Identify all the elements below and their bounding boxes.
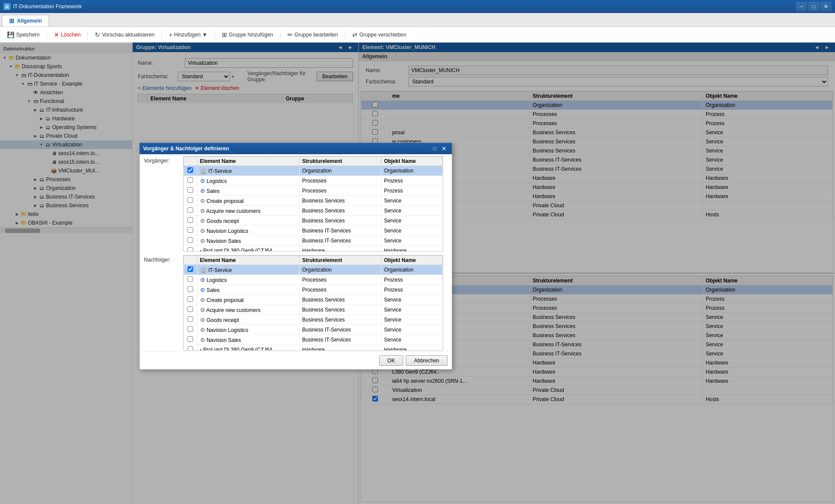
vorgaenger-row-4[interactable]: ⚙ Acquire new customers Business Service… bbox=[184, 206, 443, 216]
move-group-button[interactable]: ⇄ Gruppe verschieben bbox=[349, 30, 410, 40]
dialog-overlay: Vorgänger & Nachfolger definieren □ ✕ Vo… bbox=[0, 43, 835, 504]
hardware-icon: ▪ bbox=[200, 347, 202, 351]
vorg-check-4[interactable] bbox=[184, 206, 197, 216]
nachfolger-row-6[interactable]: ⚙ Navision Logistics Business IT-Service… bbox=[184, 325, 443, 335]
nach-name-7: ⚙ Navision Sales bbox=[197, 335, 299, 345]
nachfolger-row-7[interactable]: ⚙ Navision Sales Business IT-Services Se… bbox=[184, 335, 443, 345]
add-dropdown-arrow: ▼ bbox=[202, 32, 207, 38]
vorg-struct-1: Processes bbox=[299, 176, 381, 186]
vorg-name-5: ⚙ Goods receipt bbox=[197, 216, 299, 226]
vorgaenger-table-container[interactable]: Element Name Strukturelement Objekt Name… bbox=[183, 156, 443, 252]
vorg-th-obj: Objekt Name bbox=[381, 157, 442, 166]
vorgaenger-row-6[interactable]: ⚙ Navision Logistics Business IT-Service… bbox=[184, 226, 443, 236]
maximize-button[interactable]: □ bbox=[808, 2, 819, 11]
sep1 bbox=[47, 30, 47, 39]
vorgaenger-row-5[interactable]: ⚙ Goods receipt Business Services Servic… bbox=[184, 216, 443, 226]
vorg-struct-4: Business Services bbox=[299, 206, 381, 216]
ok-button[interactable]: OK bbox=[379, 355, 403, 366]
vorg-check-8[interactable] bbox=[184, 246, 197, 252]
vorgaenger-label: Vorgänger: bbox=[144, 156, 179, 164]
nach-th-struct: Strukturelement bbox=[299, 256, 381, 265]
vorgaenger-row-7[interactable]: ⚙ Navision Sales Business IT-Services Se… bbox=[184, 236, 443, 246]
app-icon: 🖥 bbox=[3, 3, 10, 10]
hardware-icon: ▪ bbox=[200, 248, 202, 252]
vorg-name-4: ⚙ Acquire new customers bbox=[197, 206, 299, 216]
gear-icon: ⚙ bbox=[200, 198, 205, 204]
vorg-check-7[interactable] bbox=[184, 236, 197, 246]
nach-name-1: ⚙ Logistics bbox=[197, 275, 299, 285]
vorg-name-2: ⚙ Sales bbox=[197, 186, 299, 196]
vorg-obj-5: Service bbox=[381, 216, 442, 226]
dialog-maximize-btn[interactable]: □ bbox=[431, 145, 438, 152]
org-icon: 🏢 bbox=[200, 267, 207, 273]
window-controls: ─ □ ✕ bbox=[796, 2, 832, 11]
nachfolger-row-3[interactable]: ⚙ Create proposal Business Services Serv… bbox=[184, 295, 443, 305]
dialog-predecessor: Vorgänger & Nachfolger definieren □ ✕ Vo… bbox=[139, 143, 452, 370]
nach-check-8[interactable] bbox=[184, 345, 197, 351]
nachfolger-table-wrap: Element Name Strukturelement Objekt Name… bbox=[179, 255, 448, 351]
nach-check-5[interactable] bbox=[184, 315, 197, 325]
gear-icon: ⚙ bbox=[200, 297, 205, 303]
vorgaenger-row-0[interactable]: 🏢 IT-Service Organization Organisation bbox=[184, 166, 443, 176]
vorg-check-0[interactable] bbox=[184, 166, 197, 176]
vorgaenger-row-3[interactable]: ⚙ Create proposal Business Services Serv… bbox=[184, 196, 443, 206]
nach-check-1[interactable] bbox=[184, 275, 197, 285]
vorg-check-2[interactable] bbox=[184, 186, 197, 196]
preview-button[interactable]: ↻ Vorschau aktualisieren bbox=[91, 30, 158, 40]
tab-allgemein[interactable]: ⊞ Allgemein bbox=[2, 15, 49, 27]
gear-icon: ⚙ bbox=[200, 218, 205, 224]
nach-check-0[interactable] bbox=[184, 265, 197, 275]
nach-struct-5: Business Services bbox=[299, 315, 381, 325]
preview-icon: ↻ bbox=[95, 31, 100, 38]
nachfolger-row-0[interactable]: 🏢 IT-Service Organization Organisation bbox=[184, 265, 443, 275]
nachfolger-row: Nachfolger: Element Name Strukturelement bbox=[140, 255, 452, 351]
nach-check-7[interactable] bbox=[184, 335, 197, 345]
add-button[interactable]: + Hinzufügen ▼ bbox=[165, 30, 211, 40]
process-icon: ⚙ bbox=[200, 277, 205, 283]
add-label: Hinzufügen bbox=[174, 32, 200, 38]
dialog-controls: □ ✕ bbox=[431, 145, 448, 152]
cancel-button[interactable]: Abbrechen bbox=[406, 355, 448, 366]
nach-check-2[interactable] bbox=[184, 285, 197, 295]
save-icon: 💾 bbox=[7, 31, 14, 38]
nachfolger-row-1[interactable]: ⚙ Logistics Processes Prozess bbox=[184, 275, 443, 285]
nach-check-4[interactable] bbox=[184, 305, 197, 315]
nachfolger-row-5[interactable]: ⚙ Goods receipt Business Services Servic… bbox=[184, 315, 443, 325]
nach-struct-6: Business IT-Services bbox=[299, 325, 381, 335]
vorg-struct-6: Business IT-Services bbox=[299, 226, 381, 236]
nachfolger-row-8[interactable]: ▪ ProLiant DL380 Gen9 (CZJ64... Hardware… bbox=[184, 345, 443, 351]
vorg-check-1[interactable] bbox=[184, 176, 197, 186]
save-button[interactable]: 💾 Speichern bbox=[3, 30, 43, 40]
vorg-check-5[interactable] bbox=[184, 216, 197, 226]
nachfolger-row-4[interactable]: ⚙ Acquire new customers Business Service… bbox=[184, 305, 443, 315]
nach-name-8: ▪ ProLiant DL380 Gen9 (CZJ64... bbox=[197, 345, 299, 351]
org-icon: 🏢 bbox=[200, 168, 207, 174]
vorg-obj-2: Prozess bbox=[381, 186, 442, 196]
gear-icon: ⚙ bbox=[200, 238, 205, 244]
nach-struct-1: Processes bbox=[299, 275, 381, 285]
dialog-close-btn[interactable]: ✕ bbox=[440, 145, 448, 152]
nachfolger-table-container[interactable]: Element Name Strukturelement Objekt Name… bbox=[183, 255, 443, 351]
nach-check-3[interactable] bbox=[184, 295, 197, 305]
add-group-button[interactable]: ⊞ Gruppe hinzufügen bbox=[218, 30, 277, 40]
nach-struct-7: Business IT-Services bbox=[299, 335, 381, 345]
nachfolger-label: Nachfolger: bbox=[144, 255, 179, 263]
vorg-check-3[interactable] bbox=[184, 196, 197, 206]
minimize-button[interactable]: ─ bbox=[796, 2, 807, 11]
vorg-check-6[interactable] bbox=[184, 226, 197, 236]
title-bar: 🖥 IT-Dokumentation Framework ─ □ ✕ bbox=[0, 0, 835, 13]
add-group-label: Gruppe hinzufügen bbox=[229, 32, 273, 38]
delete-button[interactable]: ✕ Löschen bbox=[50, 30, 84, 40]
vorgaenger-row-2[interactable]: ⚙ Sales Processes Prozess bbox=[184, 186, 443, 196]
process-icon: ⚙ bbox=[200, 178, 205, 184]
nach-obj-0: Organisation bbox=[381, 265, 442, 275]
vorg-name-7: ⚙ Navision Sales bbox=[197, 236, 299, 246]
close-button[interactable]: ✕ bbox=[820, 2, 832, 11]
vorgaenger-row-1[interactable]: ⚙ Logistics Processes Prozess bbox=[184, 176, 443, 186]
edit-group-button[interactable]: ✏ Gruppe bearbeiten bbox=[284, 30, 341, 40]
nachfolger-row-2[interactable]: ⚙ Sales Processes Prozess bbox=[184, 285, 443, 295]
nach-check-6[interactable] bbox=[184, 325, 197, 335]
vorg-struct-8: Hardware bbox=[299, 246, 381, 252]
vorg-name-1: ⚙ Logistics bbox=[197, 176, 299, 186]
vorgaenger-row-8[interactable]: ▪ ProLiant DL380 Gen9 (CZJ64... Hardware… bbox=[184, 246, 443, 252]
